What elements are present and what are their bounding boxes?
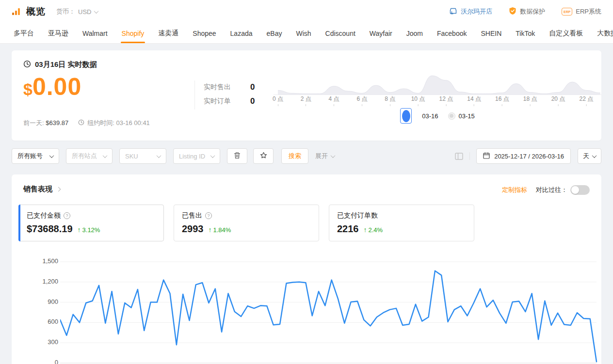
tab-joom[interactable]: Joom — [406, 23, 423, 43]
y-axis-tick: 1,500 — [24, 257, 58, 265]
y-axis-tick: 0 — [24, 359, 58, 364]
legend-03-15[interactable]: 03-15 — [448, 112, 475, 120]
star-icon — [260, 152, 267, 161]
help-icon[interactable]: ? — [64, 212, 70, 219]
currency-selector[interactable]: 货币： USD — [56, 7, 98, 16]
walmart-open-store-label: 沃尔玛开店 — [461, 7, 492, 16]
y-axis-tick: 900 — [24, 298, 58, 305]
legend-03-16[interactable]: 03-16 — [400, 108, 438, 124]
listing-id-select[interactable]: Listing ID — [173, 148, 220, 164]
page-title: 概览 — [26, 5, 46, 18]
metric-value-row: 2216↑2.4% — [337, 223, 466, 235]
tab-tiktok[interactable]: TikTok — [516, 23, 535, 43]
favorite-button[interactable] — [253, 148, 274, 164]
shield-check-icon — [509, 7, 516, 16]
realtime-amount: $0.00 — [23, 73, 81, 101]
filter-row: 所有账号 所有站点 SKU Listing ID — [12, 148, 601, 164]
sales-trend-svg — [60, 257, 597, 364]
metric-value: 2216 — [337, 223, 359, 235]
clock-icon-small — [78, 119, 84, 127]
tab-wayfair[interactable]: Wayfair — [370, 23, 392, 43]
realtime-footer: 前一天: $639.87 纽约时间: 03-16 00:41 — [23, 119, 150, 127]
tab-walmart[interactable]: Walmart — [82, 23, 108, 43]
tab-lazada[interactable]: Lazada — [230, 23, 253, 43]
sparkline-x-tick: 0 点 — [273, 95, 283, 106]
sparkline-x-tick: 4 点 — [329, 95, 339, 106]
sparkline-x-tick: 14 点 — [467, 95, 481, 106]
sparkline-x-tick: 12 点 — [439, 95, 453, 106]
metric-change: 2.4% — [369, 226, 383, 234]
columns-layout-icon[interactable] — [455, 153, 463, 160]
metric-label: 已售出? — [182, 211, 311, 220]
sales-controls: 定制指标 对比过往： — [502, 185, 590, 195]
divider — [469, 152, 470, 160]
sales-trend-chart: 03006009001,2001,500 — [12, 257, 601, 364]
realtime-sold-stat: 实时售出 0 — [204, 82, 255, 92]
tab-multi-platform[interactable]: 多平台 — [14, 23, 34, 43]
topbar: 概览 货币： USD 沃尔玛开店 — [0, 0, 613, 23]
account-select[interactable]: 所有账号 — [12, 148, 59, 164]
granularity-select[interactable]: 天 — [578, 148, 601, 164]
tab-ebay[interactable]: eBay — [267, 23, 282, 43]
tab-wish[interactable]: Wish — [296, 23, 311, 43]
site-select[interactable]: 所有站点 — [66, 148, 113, 164]
filter-right-group: 2025-12-17 / 2026-03-16 天 — [455, 148, 601, 164]
sparkline-x-axis: 0 点2 点4 点6 点8 点10 点12 点14 点16 点18 点20 点2… — [274, 95, 601, 108]
realtime-orders-stat: 实时订单 0 — [204, 96, 255, 106]
realtime-card: 03月16日 实时数据 $0.00 实时售出 0 实时订单 0 0 点2 点4 … — [12, 50, 601, 141]
metric-value: 2993 — [182, 223, 204, 235]
tab-aliexpress[interactable]: 速卖通 — [158, 23, 178, 43]
metric-card-paid-orders[interactable]: 已支付订单数2216↑2.4% — [329, 205, 474, 241]
y-axis-tick: 1,200 — [24, 278, 58, 285]
sparkline-x-tick: 20 点 — [551, 95, 565, 106]
sales-section-header[interactable]: 销售表现 — [23, 185, 60, 194]
tab-shein[interactable]: SHEIN — [481, 23, 501, 43]
tab-big-data-selection[interactable]: 大数据选品 — [597, 23, 613, 43]
store-icon — [449, 7, 457, 16]
date-range-picker[interactable]: 2025-12-17 / 2026-03-16 — [476, 148, 571, 164]
tab-shopee[interactable]: Shopee — [193, 23, 216, 43]
sku-select[interactable]: SKU — [119, 148, 166, 164]
metric-value-row: $73688.19↑3.12% — [27, 223, 156, 235]
metric-change: 1.84% — [213, 226, 231, 234]
help-icon[interactable]: ? — [205, 212, 212, 219]
realtime-stats: 实时售出 0 实时订单 0 — [204, 82, 255, 106]
compare-label: 对比过往： — [536, 186, 567, 194]
ny-time: 纽约时间: 03-16 00:41 — [78, 119, 150, 127]
metric-label: 已支付订单数 — [337, 211, 466, 220]
compare-past-toggle[interactable] — [570, 185, 590, 195]
data-protection-link[interactable]: 数据保护 — [509, 7, 545, 16]
tab-amazon[interactable]: 亚马逊 — [48, 23, 68, 43]
trash-icon — [234, 152, 241, 161]
metric-cards-row: 已支付金额?$73688.19↑3.12%已售出?2993↑1.84%已支付订单… — [18, 205, 474, 241]
search-button[interactable]: 搜索 — [281, 148, 308, 164]
sales-section-title: 销售表现 — [23, 185, 52, 194]
erp-system-link[interactable]: ERP ERP系统 — [562, 7, 601, 16]
tab-cdiscount[interactable]: Cdiscount — [325, 23, 355, 43]
metric-card-paid-amount[interactable]: 已支付金额?$73688.19↑3.12% — [18, 205, 164, 241]
trash-button[interactable] — [227, 148, 247, 164]
previous-day-value: 前一天: $639.87 — [23, 119, 68, 127]
sparkline-legend: 03-1603-15 — [274, 108, 601, 124]
overview-page: 概览 货币： USD 沃尔玛开店 — [0, 0, 613, 364]
tab-shopify[interactable]: Shopify — [122, 23, 145, 43]
erp-badge-icon: ERP — [562, 8, 572, 16]
chevron-down-icon — [103, 153, 108, 158]
currency-value: USD — [78, 8, 91, 16]
tab-facebook[interactable]: Facebook — [437, 23, 467, 43]
calendar-icon — [483, 152, 490, 160]
platform-tabs: 多平台亚马逊WalmartShopify速卖通ShopeeLazadaeBayW… — [0, 23, 613, 44]
walmart-open-store-link[interactable]: 沃尔玛开店 — [449, 7, 492, 16]
sparkline-x-tick: 2 点 — [301, 95, 311, 106]
customize-metrics-link[interactable]: 定制指标 — [502, 186, 527, 194]
radio-icon — [400, 108, 412, 124]
metric-card-units-sold[interactable]: 已售出?2993↑1.84% — [174, 205, 319, 241]
metric-value: $73688.19 — [27, 223, 73, 235]
chevron-down-icon — [94, 9, 99, 14]
tab-custom-dashboard[interactable]: 自定义看板 — [549, 23, 583, 43]
expand-toggle[interactable]: 展开 — [315, 152, 335, 160]
bar-chart-logo-icon — [12, 7, 21, 16]
currency-sign: $ — [23, 80, 32, 98]
arrow-up-icon: ↑ — [78, 226, 81, 234]
sparkline-x-tick: 6 点 — [356, 95, 367, 106]
